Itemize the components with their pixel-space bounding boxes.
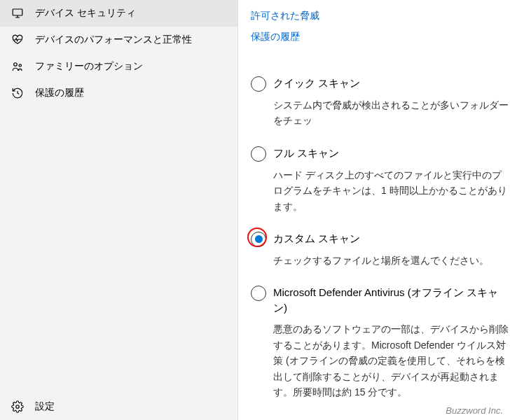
footer-credit: Buzzword Inc. xyxy=(446,405,503,416)
radio-offline-scan[interactable] xyxy=(251,286,266,301)
option-description: ハード ディスク上のすべてのファイルと実行中のプログラムをチキャンは、1 時間以… xyxy=(273,167,510,214)
option-full-scan[interactable]: フル スキャン xyxy=(251,146,510,162)
sidebar-item-label: 設定 xyxy=(35,400,55,413)
option-custom-scan[interactable]: カスタム スキャン xyxy=(251,231,510,247)
sidebar-list: デバイス セキュリティ デバイスのパフォーマンスと正常性 ファミリーのオプション xyxy=(0,0,237,106)
heartbeat-icon xyxy=(11,34,24,46)
sidebar-item-performance[interactable]: デバイスのパフォーマンスと正常性 xyxy=(0,27,237,53)
link-protection-history[interactable]: 保護の履歴 xyxy=(251,27,510,48)
sidebar-item-settings[interactable]: 設定 xyxy=(0,393,237,420)
sidebar-item-family[interactable]: ファミリーのオプション xyxy=(0,53,237,80)
sidebar-item-label: デバイス セキュリティ xyxy=(35,7,136,20)
option-label: Microsoft Defender Antivirus (オフライン スキャン… xyxy=(273,285,510,316)
svg-rect-0 xyxy=(13,9,22,15)
monitor-icon xyxy=(11,7,24,20)
radio-quick-scan[interactable] xyxy=(251,76,266,92)
main-content: 許可された脅威 保護の履歴 クイック スキャン システム内で脅威が検出されること… xyxy=(238,0,510,420)
family-icon xyxy=(11,60,24,73)
sidebar-item-label: 保護の履歴 xyxy=(35,87,84,99)
sidebar-item-device-security[interactable]: デバイス セキュリティ xyxy=(0,0,237,27)
radio-custom-scan[interactable] xyxy=(251,232,266,247)
scan-options-group: クイック スキャン システム内で脅威が検出されることが多いフォルダーをチェッ フ… xyxy=(251,76,510,420)
option-label: クイック スキャン xyxy=(273,76,360,91)
gear-icon xyxy=(11,400,24,413)
history-icon xyxy=(11,87,24,99)
option-offline-scan[interactable]: Microsoft Defender Antivirus (オフライン スキャン… xyxy=(251,285,510,316)
sidebar-item-protection-history[interactable]: 保護の履歴 xyxy=(0,80,237,106)
svg-point-1 xyxy=(14,63,18,66)
link-allowed-threats[interactable]: 許可された脅威 xyxy=(251,6,510,27)
svg-point-3 xyxy=(16,405,20,409)
option-description: チェックするファイルと場所を選んでください。 xyxy=(273,253,510,268)
radio-full-scan[interactable] xyxy=(251,146,266,162)
option-description: 悪意のあるソフトウェアの一部は、デバイスから削除することがあります。Micros… xyxy=(273,321,510,400)
option-label: フル スキャン xyxy=(273,146,339,161)
sidebar-item-label: ファミリーのオプション xyxy=(35,60,143,73)
highlight-ring xyxy=(251,231,266,247)
sidebar-item-label: デバイスのパフォーマンスと正常性 xyxy=(35,34,192,46)
svg-point-2 xyxy=(19,64,21,66)
option-label: カスタム スキャン xyxy=(273,231,360,246)
option-quick-scan[interactable]: クイック スキャン xyxy=(251,76,510,92)
option-description: システム内で脅威が検出されることが多いフォルダーをチェッ xyxy=(273,97,510,129)
sidebar: デバイス セキュリティ デバイスのパフォーマンスと正常性 ファミリーのオプション xyxy=(0,0,238,420)
